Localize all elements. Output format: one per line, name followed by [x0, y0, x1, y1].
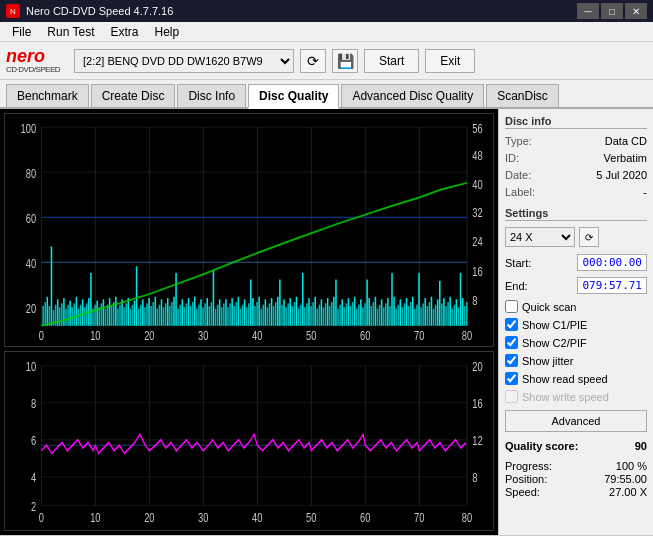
svg-rect-228	[439, 281, 441, 326]
refresh-button[interactable]: ⟳	[300, 49, 326, 73]
svg-rect-226	[435, 305, 437, 326]
right-panel: Disc info Type: Data CD ID: Verbatim Dat…	[498, 109, 653, 535]
svg-rect-206	[393, 297, 395, 326]
svg-rect-103	[179, 305, 181, 326]
svg-rect-238	[460, 273, 462, 326]
close-button[interactable]: ✕	[625, 3, 647, 19]
tab-advanced-disc-quality[interactable]: Advanced Disc Quality	[341, 84, 484, 107]
disc-label-label: Label:	[505, 186, 535, 198]
svg-rect-39	[47, 297, 49, 326]
tab-scan-disc[interactable]: ScanDisc	[486, 84, 559, 107]
svg-rect-227	[437, 299, 439, 325]
svg-rect-52	[74, 303, 76, 326]
svg-rect-174	[327, 298, 329, 326]
svg-rect-145	[267, 307, 269, 326]
exit-button[interactable]: Exit	[425, 49, 475, 73]
svg-rect-87	[146, 303, 148, 326]
svg-rect-144	[265, 299, 267, 325]
show-jitter-row: Show jitter	[505, 354, 647, 367]
show-c2-checkbox[interactable]	[505, 336, 518, 349]
start-time-row: Start: 000:00.00	[505, 254, 647, 271]
maximize-button[interactable]: □	[601, 3, 623, 19]
tab-benchmark[interactable]: Benchmark	[6, 84, 89, 107]
svg-rect-66	[103, 299, 105, 325]
svg-text:16: 16	[472, 264, 482, 277]
settings-title: Settings	[505, 207, 647, 221]
svg-text:40: 40	[26, 256, 36, 269]
menu-extra[interactable]: Extra	[102, 23, 146, 41]
tab-bar: Benchmark Create Disc Disc Info Disc Qua…	[0, 80, 653, 109]
svg-rect-110	[194, 297, 196, 326]
svg-rect-211	[404, 303, 406, 326]
svg-rect-198	[377, 309, 379, 326]
svg-rect-137	[250, 280, 252, 326]
minimize-button[interactable]: ─	[577, 3, 599, 19]
svg-rect-234	[451, 309, 453, 326]
quick-scan-label: Quick scan	[522, 301, 576, 313]
speed-selector[interactable]: 24 X 8 X 16 X 32 X 40 X 48 X 52 X Max	[505, 227, 575, 247]
quality-score-row: Quality score: 90	[505, 440, 647, 452]
svg-text:40: 40	[252, 510, 262, 524]
svg-rect-184	[348, 298, 350, 326]
show-write-speed-label: Show write speed	[522, 391, 609, 403]
svg-rect-109	[192, 302, 194, 326]
svg-rect-175	[329, 306, 331, 326]
svg-text:20: 20	[144, 510, 154, 524]
svg-rect-215	[412, 297, 414, 326]
tab-create-disc[interactable]: Create Disc	[91, 84, 176, 107]
svg-rect-181	[341, 299, 343, 325]
svg-rect-156	[289, 298, 291, 326]
title-bar: N Nero CD-DVD Speed 4.7.7.16 ─ □ ✕	[0, 0, 653, 22]
svg-rect-167	[312, 302, 314, 326]
svg-text:12: 12	[472, 434, 482, 448]
svg-rect-68	[107, 305, 109, 326]
save-button[interactable]: 💾	[332, 49, 358, 73]
settings-refresh-button[interactable]: ⟳	[579, 227, 599, 247]
svg-text:10: 10	[90, 329, 100, 342]
svg-rect-134	[244, 299, 246, 325]
show-c1-checkbox[interactable]	[505, 318, 518, 331]
svg-rect-99	[171, 302, 173, 326]
start-button[interactable]: Start	[364, 49, 419, 73]
show-write-speed-row: Show write speed	[505, 390, 647, 403]
show-read-speed-checkbox[interactable]	[505, 372, 518, 385]
quick-scan-checkbox[interactable]	[505, 300, 518, 313]
svg-rect-164	[306, 303, 308, 326]
show-jitter-checkbox[interactable]	[505, 354, 518, 367]
svg-rect-76	[123, 307, 125, 326]
svg-rect-111	[196, 309, 198, 326]
disc-label-row: Label: -	[505, 186, 647, 198]
svg-rect-125	[225, 299, 227, 325]
menu-help[interactable]: Help	[147, 23, 188, 41]
svg-rect-132	[240, 309, 242, 326]
tab-disc-quality[interactable]: Disc Quality	[248, 84, 339, 109]
show-write-speed-checkbox	[505, 390, 518, 403]
svg-rect-92	[157, 309, 159, 326]
drive-selector[interactable]: [2:2] BENQ DVD DD DW1620 B7W9	[74, 49, 294, 73]
menu-run-test[interactable]: Run Test	[39, 23, 102, 41]
menu-bar: File Run Test Extra Help	[0, 22, 653, 42]
svg-rect-224	[431, 297, 433, 326]
svg-rect-193	[366, 280, 368, 326]
svg-rect-124	[223, 303, 225, 326]
svg-rect-182	[343, 307, 345, 326]
svg-rect-58	[86, 303, 88, 326]
svg-text:50: 50	[306, 329, 316, 342]
svg-rect-232	[447, 302, 449, 326]
svg-rect-105	[184, 307, 186, 326]
quality-score-label: Quality score:	[505, 440, 578, 452]
svg-rect-218	[418, 273, 420, 326]
advanced-button[interactable]: Advanced	[505, 410, 647, 432]
svg-rect-101	[175, 273, 177, 326]
menu-file[interactable]: File	[4, 23, 39, 41]
svg-rect-225	[433, 309, 435, 326]
svg-rect-63	[96, 301, 98, 326]
svg-rect-126	[227, 307, 229, 326]
svg-text:60: 60	[360, 510, 370, 524]
speed-label: Speed:	[505, 486, 540, 498]
svg-rect-159	[296, 297, 298, 326]
svg-rect-203	[387, 298, 389, 326]
svg-rect-188	[356, 309, 358, 326]
svg-rect-45	[59, 307, 61, 326]
tab-disc-info[interactable]: Disc Info	[177, 84, 246, 107]
